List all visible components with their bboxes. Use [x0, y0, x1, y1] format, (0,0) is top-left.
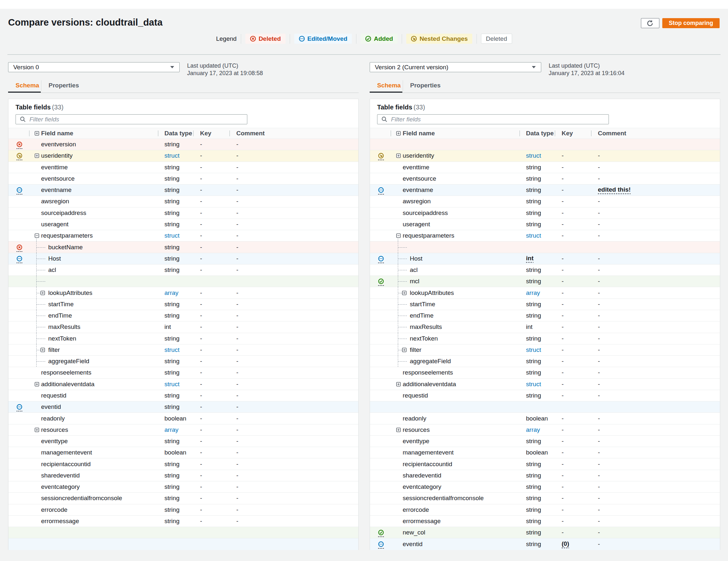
expand-icon[interactable]: [396, 153, 401, 158]
table-row-responseelements[interactable]: responseelementsstring--: [370, 367, 720, 378]
table-row-eventsource[interactable]: eventsourcestring--: [8, 173, 358, 185]
field-data-type[interactable]: array: [164, 289, 178, 297]
expand-icon[interactable]: [396, 382, 401, 387]
table-row-awsregion[interactable]: awsregionstring--: [370, 196, 720, 207]
expand-icon[interactable]: [40, 291, 45, 295]
table-row-eventname[interactable]: eventnamestring--: [8, 185, 358, 196]
field-data-type[interactable]: struct: [526, 152, 541, 159]
table-row-recipientaccountid[interactable]: recipientaccountidstring--: [370, 458, 720, 470]
table-row-eventcategory[interactable]: eventcategorystring--: [8, 481, 358, 493]
refresh-button[interactable]: [641, 18, 659, 28]
table-row-aggregateField[interactable]: aggregateFieldstring--: [8, 356, 358, 367]
field-data-type[interactable]: array: [164, 426, 178, 433]
expand-all-icon[interactable]: [396, 131, 401, 136]
table-row-sessioncredentialfromconsole[interactable]: sessioncredentialfromconsolestring--: [8, 493, 358, 504]
table-row-mcl[interactable]: mclstring--: [370, 276, 720, 287]
table-row-eventtype[interactable]: eventtypestring--: [8, 436, 358, 447]
table-row-requestparameters[interactable]: requestparametersstruct--: [370, 230, 720, 241]
table-row-empty[interactable]: [370, 401, 720, 413]
table-row-useragent[interactable]: useragentstring--: [370, 219, 720, 230]
table-row-startTime[interactable]: startTimestring--: [8, 299, 358, 310]
filter-fields-input[interactable]: Filter fields: [16, 114, 247, 124]
tab-schema[interactable]: Schema: [16, 82, 39, 89]
table-row-eventtime[interactable]: eventtimestring--: [370, 162, 720, 173]
expand-icon[interactable]: [35, 428, 39, 432]
table-row-additionaleventdata[interactable]: additionaleventdatastruct--: [8, 379, 358, 390]
field-data-type[interactable]: array: [526, 289, 540, 297]
table-row-eventid[interactable]: eventidstring(0)-: [370, 538, 720, 550]
table-row-empty[interactable]: [8, 276, 358, 287]
tab-properties[interactable]: Properties: [410, 82, 441, 89]
table-row-awsregion[interactable]: awsregionstring--: [8, 196, 358, 207]
table-row-sharedeventid[interactable]: sharedeventidstring--: [370, 470, 720, 481]
table-row-requestparameters[interactable]: requestparametersstruct--: [8, 230, 358, 241]
table-row-lookupAttributes[interactable]: lookupAttributesarray--: [8, 287, 358, 298]
table-row-nextToken[interactable]: nextTokenstring--: [370, 333, 720, 344]
version-select[interactable]: Version 2 (Current version): [370, 62, 541, 72]
table-row-filter[interactable]: filterstruct--: [8, 344, 358, 356]
collapse-icon[interactable]: [396, 233, 401, 238]
expand-icon[interactable]: [40, 348, 45, 352]
table-row-startTime[interactable]: startTimestring--: [370, 299, 720, 310]
table-row-endTime[interactable]: endTimestring--: [370, 310, 720, 321]
table-row-resources[interactable]: resourcesarray--: [370, 424, 720, 436]
field-data-type[interactable]: struct: [526, 232, 541, 239]
table-row-eventtime[interactable]: eventtimestring--: [8, 162, 358, 173]
table-row-Host[interactable]: Hostint--: [370, 253, 720, 264]
table-row-empty[interactable]: [8, 538, 358, 550]
table-row-requestid[interactable]: requestidstring--: [370, 390, 720, 401]
table-row-acl[interactable]: aclstring--: [8, 264, 358, 276]
table-row-eventname[interactable]: eventnamestring-edited this!: [370, 185, 720, 196]
field-data-type[interactable]: struct: [164, 346, 179, 353]
table-row-responseelements[interactable]: responseelementsstring--: [8, 367, 358, 378]
table-row-eventtype[interactable]: eventtypestring--: [370, 436, 720, 447]
stop-comparing-button[interactable]: Stop comparing: [662, 18, 720, 28]
collapse-icon[interactable]: [35, 233, 39, 238]
expand-all-icon[interactable]: [35, 131, 39, 136]
table-row-maxResults[interactable]: maxResultsint--: [8, 321, 358, 333]
expand-icon[interactable]: [402, 348, 407, 352]
table-row-empty[interactable]: [370, 139, 720, 150]
table-row-useridentity[interactable]: useridentitystruct--: [370, 150, 720, 162]
expand-icon[interactable]: [35, 382, 39, 387]
table-row-nextToken[interactable]: nextTokenstring--: [8, 333, 358, 344]
table-row-filter[interactable]: filterstruct--: [370, 344, 720, 356]
table-row-aggregateField[interactable]: aggregateFieldstring--: [370, 356, 720, 367]
table-row-eventcategory[interactable]: eventcategorystring--: [370, 481, 720, 493]
field-data-type[interactable]: struct: [164, 152, 179, 159]
table-row-sharedeventid[interactable]: sharedeventidstring--: [8, 470, 358, 481]
expand-icon[interactable]: [396, 428, 401, 432]
table-row-empty[interactable]: [370, 241, 720, 253]
table-row-maxResults[interactable]: maxResultsint--: [370, 321, 720, 333]
table-row-managementevent[interactable]: managementeventboolean--: [8, 447, 358, 458]
table-row-useridentity[interactable]: useridentitystruct--: [8, 150, 358, 162]
table-row-sourceipaddress[interactable]: sourceipaddressstring--: [8, 208, 358, 219]
table-row-managementevent[interactable]: managementeventboolean--: [370, 447, 720, 458]
tab-properties[interactable]: Properties: [49, 82, 79, 89]
table-row-acl[interactable]: aclstring--: [370, 264, 720, 276]
table-row-eventversion[interactable]: eventversionstring--: [8, 139, 358, 150]
expand-icon[interactable]: [402, 291, 407, 295]
table-row-empty[interactable]: [8, 527, 358, 538]
table-row-errorcode[interactable]: errorcodestring--: [8, 504, 358, 516]
table-row-errormessage[interactable]: errormessagestring--: [370, 516, 720, 527]
field-data-type[interactable]: struct: [164, 381, 179, 388]
table-row-requestid[interactable]: requestidstring--: [8, 390, 358, 401]
field-data-type[interactable]: struct: [164, 232, 179, 239]
table-row-additionaleventdata[interactable]: additionaleventdatastruct--: [370, 379, 720, 390]
field-data-type[interactable]: struct: [526, 346, 541, 353]
table-row-lookupAttributes[interactable]: lookupAttributesarray--: [370, 287, 720, 298]
table-row-eventsource[interactable]: eventsourcestring--: [370, 173, 720, 185]
table-row-errorcode[interactable]: errorcodestring--: [370, 504, 720, 516]
table-row-useragent[interactable]: useragentstring--: [8, 219, 358, 230]
table-row-sourceipaddress[interactable]: sourceipaddressstring--: [370, 208, 720, 219]
version-select[interactable]: Version 0: [8, 62, 180, 72]
table-row-recipientaccountid[interactable]: recipientaccountidstring--: [8, 458, 358, 470]
filter-fields-input[interactable]: Filter fields: [377, 114, 609, 124]
table-row-sessioncredentialfromconsole[interactable]: sessioncredentialfromconsolestring--: [370, 493, 720, 504]
table-row-readonly[interactable]: readonlyboolean--: [370, 413, 720, 424]
table-row-eventid[interactable]: eventidstring--: [8, 401, 358, 413]
table-row-readonly[interactable]: readonlyboolean--: [8, 413, 358, 424]
expand-icon[interactable]: [35, 153, 39, 158]
table-row-errormessage[interactable]: errormessagestring--: [8, 516, 358, 527]
